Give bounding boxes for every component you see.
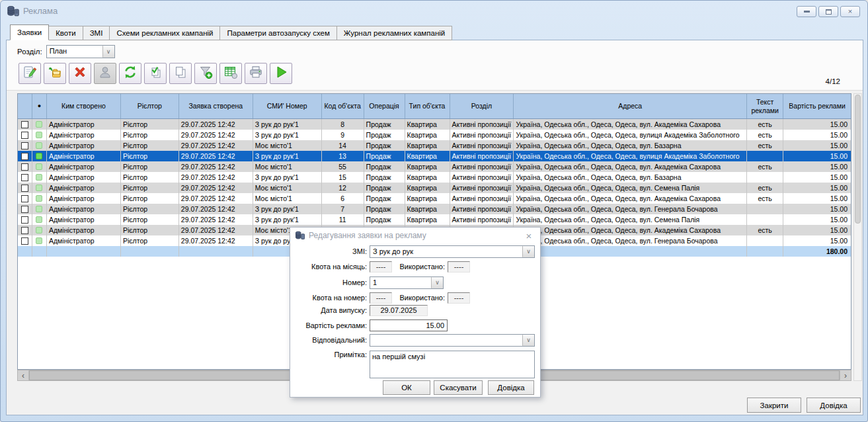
close-button[interactable]: × (840, 6, 860, 17)
cell-operation: Продаж (364, 183, 405, 193)
refresh-icon (123, 65, 138, 82)
section-filter-combobox[interactable]: План ∨ (46, 45, 115, 58)
row-checkbox[interactable] (21, 153, 28, 160)
row-checkbox[interactable] (21, 142, 28, 149)
table-row[interactable]: АдміністраторРієлтор29.07.2025 12:42З ру… (18, 119, 851, 130)
scroll-left-icon[interactable]: ‹ (18, 370, 29, 380)
table-row[interactable]: АдміністраторРієлтор29.07.2025 12:42З ру… (18, 214, 851, 225)
table-row[interactable]: АдміністраторРієлтор29.07.2025 12:42Моє … (18, 193, 851, 204)
summary-cell (47, 246, 121, 257)
note-textarea[interactable]: на першій смузі (370, 351, 535, 378)
ad-price-input[interactable]: 15.00 (370, 319, 448, 331)
responsible-combobox[interactable]: ∨ (370, 334, 535, 347)
copy-check-icon (148, 65, 163, 82)
column-header-sel[interactable] (18, 94, 32, 118)
status-flag-icon (36, 237, 42, 244)
chevron-down-icon[interactable]: ∨ (522, 246, 534, 257)
minimize-button[interactable] (797, 6, 816, 17)
tab-2[interactable]: ЗМІ (83, 26, 110, 40)
column-header-created_by[interactable]: Ким створено (47, 94, 121, 118)
column-header-ad_text[interactable]: Текст реклами (747, 94, 783, 118)
column-header-smi_number[interactable]: СМИ' Номер (253, 94, 322, 118)
tab-4[interactable]: Параметри автозапуску схем (220, 26, 336, 40)
cell-created_by: Адміністратор (47, 119, 121, 130)
table-row[interactable]: АдміністраторРієлтор29.07.2025 12:42З ру… (18, 172, 851, 183)
scroll-right-icon[interactable]: › (840, 370, 851, 380)
column-header-address[interactable]: Адреса (514, 94, 747, 118)
row-checkbox[interactable] (21, 132, 28, 139)
column-header-object_type[interactable]: Тип об'єкта (405, 94, 450, 118)
issue-number-label: Номер: (293, 276, 367, 289)
cell-address: Україна, Одеська обл., Одеса, Одеса, вул… (514, 119, 747, 130)
add-filter-button[interactable] (194, 63, 217, 84)
table-row[interactable]: АдміністраторРієлтор29.07.2025 12:42З ру… (18, 151, 851, 161)
table-grid-icon (223, 65, 238, 82)
column-header-section[interactable]: Розділ (450, 94, 514, 118)
cell-created_by: Адміністратор (47, 140, 121, 151)
chevron-down-icon[interactable]: ∨ (431, 277, 443, 288)
cell-address: Україна, Одеська обл., Одеса, Одеса, вул… (514, 161, 747, 172)
row-checkbox[interactable] (21, 163, 28, 171)
cell-realtor: Рієлтор (121, 140, 179, 151)
vertical-scrollbar-thumb[interactable] (855, 95, 861, 224)
schedule-button[interactable] (219, 63, 242, 84)
cancel-button[interactable]: Скасувати (434, 380, 483, 395)
tab-requests[interactable]: Заявки (10, 24, 49, 40)
copy-approved-button[interactable] (144, 63, 167, 84)
smi-combobox[interactable]: З рук до рук ∨ (370, 245, 535, 258)
tab-1[interactable]: Квоти (49, 26, 83, 40)
print-button[interactable] (245, 63, 267, 84)
maximize-button[interactable] (818, 6, 838, 17)
column-header-realtor[interactable]: Рієлтор (121, 94, 179, 118)
row-checkbox[interactable] (21, 121, 28, 128)
edit-button[interactable] (19, 63, 41, 84)
cell-object_code: 11 (322, 214, 364, 225)
folder-button[interactable] (44, 63, 66, 84)
column-header-created_at[interactable]: Заявка створена (179, 94, 253, 118)
column-header-flag[interactable]: ● (32, 94, 47, 118)
run-button[interactable] (270, 63, 292, 84)
row-checkbox[interactable] (21, 185, 28, 192)
cell-ad_text (747, 151, 783, 161)
row-checkbox[interactable] (21, 227, 28, 234)
client-button[interactable] (94, 63, 116, 84)
cell-ad_text: есть (747, 193, 783, 204)
tab-5[interactable]: Журнал рекламних кампаній (337, 26, 452, 40)
cell-object_code: 7 (322, 204, 364, 214)
close-window-button[interactable]: Закрити (747, 398, 801, 413)
table-row[interactable]: АдміністраторРієлтор29.07.2025 12:42Моє … (18, 140, 851, 151)
cell-created_at: 29.07.2025 12:42 (179, 225, 253, 235)
table-row[interactable]: АдміністраторРієлтор29.07.2025 12:42Моє … (18, 161, 851, 172)
number-used-label: Використано: (389, 292, 445, 304)
cell-address: Україна, Одеська обл., Одеса, Одеса, вул… (514, 172, 747, 183)
row-checkbox[interactable] (21, 206, 28, 213)
refresh-button[interactable] (119, 63, 141, 84)
table-row[interactable]: АдміністраторРієлтор29.07.2025 12:42Моє … (18, 183, 851, 193)
tab-3[interactable]: Схеми рекламних кампаній (110, 26, 220, 40)
section-filter-value: План (47, 46, 102, 58)
row-checkbox[interactable] (21, 237, 28, 245)
row-checkbox[interactable] (21, 195, 28, 202)
chevron-down-icon[interactable]: ∨ (102, 46, 114, 58)
tab-strip: ЗаявкиКвотиЗМІСхеми рекламних кампанійПа… (10, 24, 452, 40)
ok-button[interactable]: ОК (383, 380, 430, 395)
column-header-operation[interactable]: Операція (364, 94, 405, 118)
dialog-close-icon[interactable]: × (523, 230, 535, 241)
copy-icon (173, 65, 188, 82)
help-button[interactable]: Довідка (807, 398, 861, 413)
copy-button[interactable] (169, 63, 192, 84)
column-header-price[interactable]: Вартість реклами (783, 94, 851, 118)
row-checkbox[interactable] (21, 216, 28, 224)
dialog-help-button[interactable]: Довідка (488, 380, 534, 395)
column-header-object_code[interactable]: Код об'єкта (322, 94, 364, 118)
chevron-down-icon[interactable]: ∨ (522, 335, 534, 346)
table-row[interactable]: АдміністраторРієлтор29.07.2025 12:42З ру… (18, 204, 851, 214)
table-row[interactable]: АдміністраторРієлтор29.07.2025 12:42З ру… (18, 130, 851, 140)
cell-object_code: 15 (322, 172, 364, 183)
vertical-scrollbar[interactable] (853, 93, 862, 381)
cell-operation: Продаж (364, 140, 405, 151)
delete-button[interactable] (69, 63, 91, 84)
row-checkbox[interactable] (21, 174, 28, 181)
cell-created_at: 29.07.2025 12:42 (179, 119, 253, 130)
issue-number-combobox[interactable]: 1 ∨ (370, 276, 444, 289)
